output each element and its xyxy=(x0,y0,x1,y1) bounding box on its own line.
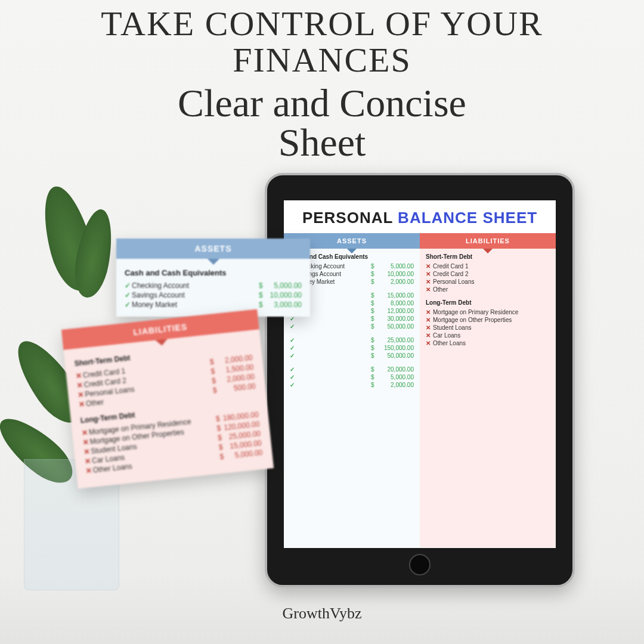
liabilities-card: LIABILITIES Short-Term Debt ✕Credit Card… xyxy=(61,309,274,488)
check-icon: ✓ xyxy=(125,291,132,299)
x-icon: ✕ xyxy=(426,278,433,285)
row-label: Money Market xyxy=(132,301,259,309)
subhead-line2: Sheet xyxy=(0,123,644,162)
list-item: ✓Money Market$3,000.00 xyxy=(125,300,302,309)
liabilities-header: LIABILITIES xyxy=(420,233,556,249)
x-icon: ✕ xyxy=(426,309,433,315)
row-label: Credit Card 1 xyxy=(433,263,550,270)
row-label: Other Loans xyxy=(433,340,550,346)
list-item: ✓Savings Account$10,000.00 xyxy=(125,290,302,300)
row-label: Savings Account xyxy=(132,291,259,299)
row-label: Personal Loans xyxy=(433,278,550,285)
list-item: ✓$5,000.00 xyxy=(290,373,414,381)
check-icon: ✓ xyxy=(125,301,132,309)
x-icon: ✕ xyxy=(426,271,433,277)
check-icon: ✓ xyxy=(290,323,297,330)
list-item: ✕Credit Card 1 xyxy=(426,262,550,270)
check-icon: ✓ xyxy=(290,374,297,380)
list-item: ✓$25,000.00 xyxy=(290,336,414,344)
check-icon: ✓ xyxy=(290,366,297,373)
x-icon: ✕ xyxy=(426,317,433,323)
sheet-title-part1: PERSONAL xyxy=(302,209,393,227)
list-item: ✕Mortgage on Primary Residence xyxy=(426,308,550,316)
sheet-title-part2: BALANCE SHEET xyxy=(398,209,537,227)
row-label: Checking Account xyxy=(132,281,259,290)
headline: TAKE CONTROL OF YOUR FINANCES xyxy=(0,0,644,79)
headline-line1: TAKE CONTROL OF YOUR xyxy=(0,6,644,42)
list-item: ✓$150,000.00 xyxy=(290,344,414,352)
list-item: ✕Other xyxy=(426,286,550,293)
assets-card-header: ASSETS xyxy=(116,239,310,259)
row-label: Mortgage on Other Properties xyxy=(433,317,550,323)
short-term-title: Short-Term Debt xyxy=(426,253,550,260)
tablet-screen: PERSONAL BALANCE SHEET ASSETS Cash and C… xyxy=(284,200,556,548)
list-item: ✓$50,000.00 xyxy=(290,352,414,360)
check-icon: ✓ xyxy=(290,382,297,388)
list-item: ✓$20,000.00 xyxy=(290,366,414,373)
list-item: ✓Checking Account$5,000.00 xyxy=(125,281,302,290)
surface-shadow xyxy=(0,572,644,644)
list-item: ✓$2,000.00 xyxy=(290,381,414,389)
subheadline: Clear and Concise Sheet xyxy=(0,83,644,162)
list-item: ✕Mortgage on Other Properties xyxy=(426,316,550,324)
subhead-line1: Clear and Concise xyxy=(0,83,644,123)
list-item: ✕Car Loans xyxy=(426,332,550,339)
headline-line2: FINANCES xyxy=(0,42,644,79)
x-icon: ✕ xyxy=(426,340,433,346)
long-term-title: Long-Term Debt xyxy=(426,299,550,306)
check-icon: ✓ xyxy=(125,281,132,290)
row-label: Car Loans xyxy=(433,332,550,339)
assets-card: ASSETS Cash and Cash Equivalents ✓Checki… xyxy=(116,239,310,317)
row-label: Mortgage on Primary Residence xyxy=(433,309,550,315)
list-item: ✓$50,000.00 xyxy=(290,323,414,330)
list-item: ✕Other Loans xyxy=(426,339,550,347)
assets-card-section: Cash and Cash Equivalents xyxy=(125,268,302,277)
tablet-mockup: PERSONAL BALANCE SHEET ASSETS Cash and C… xyxy=(265,173,575,587)
check-icon: ✓ xyxy=(290,352,297,359)
x-icon: ✕ xyxy=(426,286,433,293)
x-icon: ✕ xyxy=(426,332,433,339)
list-item: ✕Student Loans xyxy=(426,324,550,332)
row-label: Other xyxy=(433,286,550,293)
row-label: Credit Card 2 xyxy=(433,271,550,277)
list-item: ✕Personal Loans xyxy=(426,278,550,286)
check-icon: ✓ xyxy=(290,337,297,343)
sheet-title: PERSONAL BALANCE SHEET xyxy=(284,200,556,233)
liabilities-column: LIABILITIES Short-Term Debt ✕Credit Card… xyxy=(420,233,556,547)
x-icon: ✕ xyxy=(426,263,433,270)
row-label: Student Loans xyxy=(433,324,550,331)
x-icon: ✕ xyxy=(426,324,433,331)
list-item: ✕Credit Card 2 xyxy=(426,270,550,278)
check-icon: ✓ xyxy=(290,345,297,351)
